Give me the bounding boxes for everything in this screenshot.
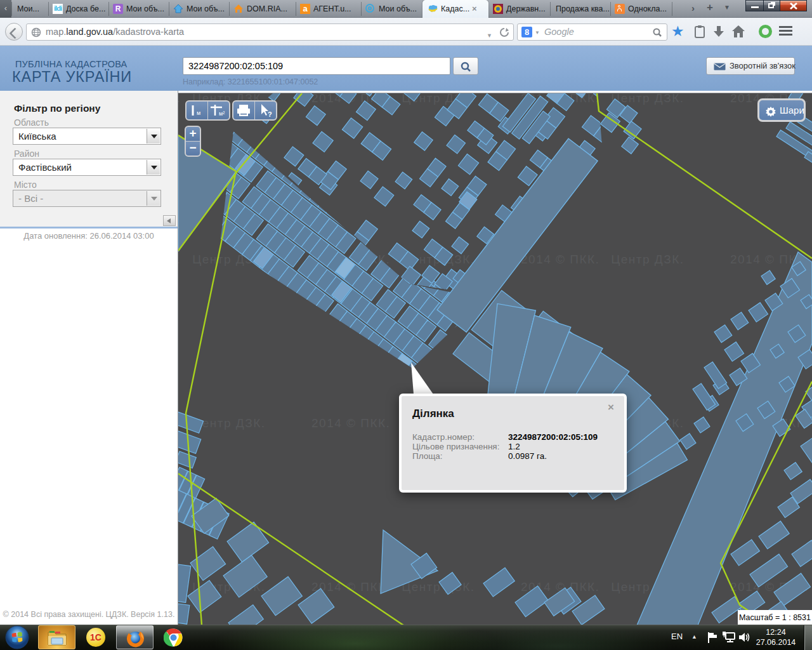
svg-text:?: ?	[268, 110, 272, 118]
svg-text:2014 © ПКК. Центр ДЗК.: 2014 © ПКК. Центр ДЗК.	[521, 253, 684, 266]
svg-text:м²: м²	[219, 110, 225, 117]
svg-text:м: м	[197, 110, 200, 116]
